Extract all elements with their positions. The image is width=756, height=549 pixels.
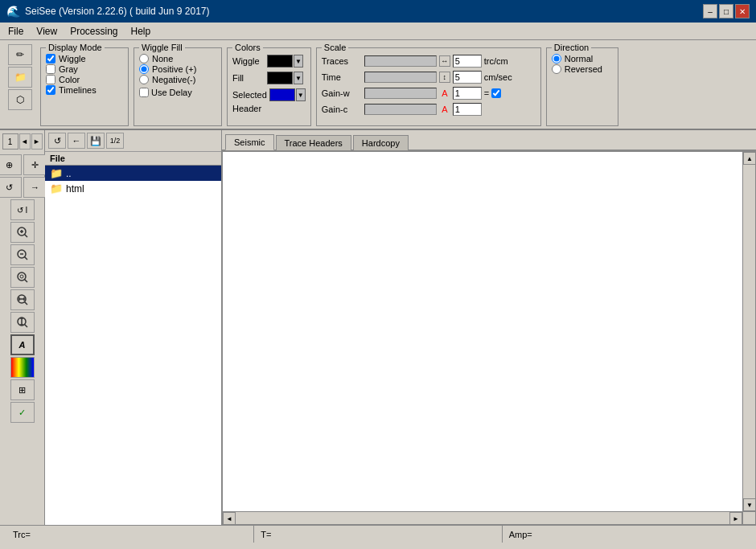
scroll-down-arrow[interactable]: ▼: [743, 498, 756, 511]
table-button[interactable]: ⊞: [10, 379, 35, 400]
toolbar-icon-2[interactable]: 📁: [8, 67, 32, 88]
selected-color-dropdown[interactable]: ▼: [269, 88, 306, 101]
fb-refresh[interactable]: ↺: [48, 133, 66, 149]
zoom-fit-button[interactable]: [10, 289, 35, 310]
equals-checkbox[interactable]: [491, 88, 501, 98]
titlebar: 🌊 SeiSee (Version 2.22.6) ( build Jun 9 …: [0, 0, 756, 23]
seismic-scrollbar-horizontal[interactable]: ◄ ►: [223, 511, 742, 524]
rotate-label[interactable]: ↺ I: [10, 199, 35, 220]
zoom-full-icon: [16, 271, 29, 284]
left-tools: 1 ◄ ► ⊕ ✛ ↺ → ↺ I A ⊞ ✓: [0, 130, 45, 525]
traces-up[interactable]: ↔: [439, 55, 450, 67]
rotate-ccw-icon[interactable]: ↺: [0, 177, 22, 198]
svg-point-9: [20, 275, 23, 278]
fb-back[interactable]: ←: [68, 133, 85, 149]
fb-sort[interactable]: 1/2: [106, 133, 124, 149]
traces-slider[interactable]: [364, 55, 437, 67]
minimize-button[interactable]: –: [703, 4, 717, 18]
timelines-checkbox[interactable]: [46, 85, 55, 95]
seismic-area: Seismic Trace Headers Hardcopy ▲ ▼ ◄ ►: [222, 130, 756, 525]
toolbar-icon-1[interactable]: ✏: [8, 44, 32, 65]
scroll-up-arrow[interactable]: ▲: [743, 152, 756, 165]
traces-input[interactable]: 5: [453, 55, 482, 68]
zoom-height-button[interactable]: [10, 312, 35, 333]
color-checkbox[interactable]: [46, 75, 55, 84]
timelines-label: Timelines: [59, 85, 97, 95]
scroll-right-arrow[interactable]: ►: [729, 512, 742, 525]
time-up[interactable]: ↕: [439, 72, 450, 83]
none-radio[interactable]: [139, 54, 149, 64]
reversed-radio-row[interactable]: Reversed: [552, 64, 613, 74]
orbit-icon[interactable]: ⊕: [0, 154, 22, 175]
gainw-slider[interactable]: [364, 88, 437, 99]
equals-sign: =: [484, 88, 489, 98]
nav-next[interactable]: ►: [31, 133, 43, 150]
gainc-input[interactable]: 1: [453, 103, 482, 116]
tab-trace-headers[interactable]: Trace Headers: [276, 135, 351, 150]
svg-line-1: [24, 235, 27, 238]
fill-color-swatch: [267, 72, 293, 84]
use-delay-checkbox[interactable]: [139, 88, 149, 97]
menu-processing[interactable]: Processing: [65, 25, 122, 38]
fb-save[interactable]: 💾: [87, 133, 105, 149]
fb-item-html[interactable]: 📁 html: [45, 181, 221, 196]
toolbar-icon-3[interactable]: ⬡: [8, 89, 32, 110]
status-t: T=: [254, 526, 502, 543]
time-slider[interactable]: [364, 72, 437, 83]
tab-hardcopy[interactable]: Hardcopy: [353, 135, 409, 150]
display-mode-panel: Display Mode Wiggle Gray Color Timelines: [40, 43, 129, 126]
menu-help[interactable]: Help: [126, 25, 156, 38]
wiggle-checkbox-row[interactable]: Wiggle: [46, 54, 123, 64]
wiggle-checkbox[interactable]: [46, 54, 55, 64]
nav-prev[interactable]: ◄: [19, 133, 31, 150]
folder-icon-html: 📁: [50, 182, 63, 195]
positive-radio-row[interactable]: Positive (+): [139, 64, 216, 74]
close-button[interactable]: ✕: [735, 4, 750, 18]
direction-title: Direction: [552, 43, 591, 52]
menu-file[interactable]: File: [3, 25, 28, 38]
positive-radio[interactable]: [139, 64, 149, 74]
fill-color-dropdown[interactable]: ▼: [267, 72, 303, 84]
none-radio-row[interactable]: None: [139, 54, 216, 64]
gainc-a[interactable]: A: [439, 104, 450, 115]
zoom-full-button[interactable]: [10, 267, 35, 288]
zoom-in-button[interactable]: [10, 222, 35, 243]
wiggle-color-arrow[interactable]: ▼: [294, 55, 303, 68]
scroll-left-arrow[interactable]: ◄: [223, 512, 236, 525]
seismic-view[interactable]: ▲ ▼ ◄ ►: [222, 151, 756, 525]
maximize-button[interactable]: □: [719, 4, 733, 18]
text-button[interactable]: A: [10, 334, 35, 355]
negative-radio-row[interactable]: Negative(-): [139, 75, 216, 84]
seismic-scrollbar-vertical[interactable]: ▲ ▼: [742, 152, 755, 511]
gainc-slider[interactable]: [364, 104, 437, 115]
arrow-right-icon[interactable]: →: [23, 177, 47, 198]
color-checkbox-row[interactable]: Color: [46, 75, 123, 84]
fill-color-row: Fill ▼: [232, 72, 306, 84]
check-button[interactable]: ✓: [10, 402, 35, 423]
reversed-radio[interactable]: [552, 64, 561, 74]
gainw-input[interactable]: 1: [453, 87, 482, 100]
tab-seismic[interactable]: Seismic: [225, 134, 274, 150]
gray-checkbox-row[interactable]: Gray: [46, 64, 123, 74]
color-palette-button[interactable]: [10, 357, 35, 378]
trc-label: Trc=: [13, 530, 31, 539]
normal-radio[interactable]: [552, 54, 561, 64]
normal-radio-row[interactable]: Normal: [552, 54, 613, 64]
selected-color-label: Selected: [232, 90, 267, 100]
selected-color-arrow[interactable]: ▼: [296, 88, 306, 101]
zoom-out-button[interactable]: [10, 244, 35, 265]
gray-checkbox[interactable]: [46, 64, 55, 74]
negative-radio[interactable]: [139, 75, 149, 84]
gainw-a[interactable]: A: [439, 88, 450, 99]
wiggle-label: Wiggle: [59, 54, 86, 64]
timelines-checkbox-row[interactable]: Timelines: [46, 85, 123, 95]
crosshair-icon[interactable]: ✛: [23, 154, 47, 175]
menu-view[interactable]: View: [31, 25, 62, 38]
wiggle-color-dropdown[interactable]: ▼: [267, 55, 303, 68]
fb-header: File: [45, 152, 221, 166]
fill-color-arrow[interactable]: ▼: [294, 72, 303, 84]
fb-item-dotdot[interactable]: 📁 ..: [45, 166, 221, 181]
traces-row: Traces ↔ 5 trc/cm: [322, 55, 536, 68]
toolbar-container: ✏ 📁 ⬡ Display Mode Wiggle Gray Color Tim…: [0, 40, 756, 130]
time-input[interactable]: 5: [453, 71, 482, 84]
